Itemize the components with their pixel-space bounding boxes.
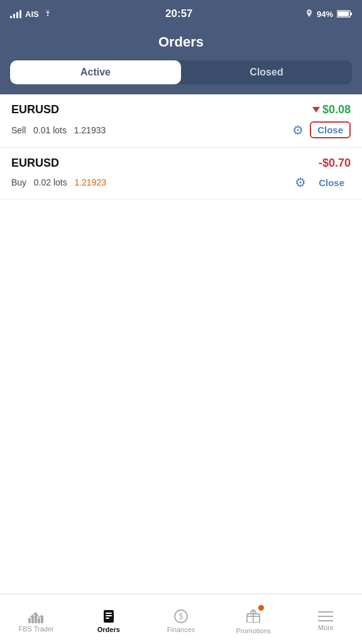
carrier-label: AIS	[25, 9, 39, 19]
nav-label-promotions: Promotions	[236, 627, 271, 635]
promotions-badge	[258, 605, 264, 611]
status-bar: AIS 20:57 94%	[0, 0, 362, 28]
orders-icon	[101, 609, 116, 624]
order-actions: ⚙ Close	[292, 121, 351, 138]
battery-icon	[337, 10, 352, 18]
more-icon	[318, 611, 333, 622]
order-pnl: -$0.70	[319, 157, 351, 170]
settings-icon[interactable]: ⚙	[292, 123, 304, 138]
order-actions: ⚙ Close	[295, 175, 351, 190]
order-price: 1.21933	[74, 125, 106, 135]
svg-rect-10	[106, 615, 112, 616]
promotions-badge-wrapper	[245, 608, 261, 625]
svg-rect-3	[28, 618, 31, 623]
tab-toggle-container: Active Closed	[0, 60, 362, 94]
tab-toggle: Active Closed	[10, 60, 352, 84]
order-symbol: EURUSD	[11, 103, 59, 116]
triangle-down-icon	[312, 107, 320, 113]
nav-label-orders: Orders	[97, 626, 120, 633]
svg-rect-1	[351, 13, 352, 16]
svg-rect-9	[106, 613, 112, 614]
close-button[interactable]: Close	[310, 121, 351, 138]
settings-icon[interactable]: ⚙	[295, 175, 306, 190]
pnl-value: $0.08	[322, 103, 351, 116]
tab-active[interactable]: Active	[10, 60, 181, 84]
order-symbol: EURUSD	[11, 157, 59, 170]
bottom-nav: FBS Trader Orders $ Finances	[0, 594, 362, 644]
orders-list: EURUSD $0.08 Sell 0.01 lots 1.21933 ⚙ Cl…	[0, 94, 362, 199]
order-top-row: EURUSD -$0.70	[11, 157, 351, 170]
signal-icon	[10, 9, 21, 18]
order-direction: Buy	[11, 177, 26, 187]
nav-label-fbs-trader: FBS Trader	[18, 625, 53, 633]
close-button[interactable]: Close	[312, 175, 351, 190]
nav-label-more: More	[318, 624, 334, 631]
wifi-icon	[43, 10, 53, 18]
tab-closed[interactable]: Closed	[181, 60, 352, 84]
svg-rect-7	[41, 616, 43, 623]
order-top-row: EURUSD $0.08	[11, 103, 351, 116]
order-details: Buy 0.02 lots 1.21923	[11, 177, 106, 187]
svg-rect-11	[106, 618, 109, 619]
nav-item-finances[interactable]: $ Finances	[145, 605, 217, 633]
order-price: 1.21923	[74, 177, 106, 187]
nav-item-promotions[interactable]: Promotions	[217, 604, 290, 635]
order-bottom-row: Buy 0.02 lots 1.21923 ⚙ Close	[11, 175, 351, 190]
order-lots: 0.02 lots	[34, 177, 67, 187]
order-row: EURUSD $0.08 Sell 0.01 lots 1.21933 ⚙ Cl…	[0, 94, 362, 148]
page-title: Orders	[0, 34, 362, 50]
status-left: AIS	[10, 9, 53, 19]
nav-item-orders[interactable]: Orders	[72, 605, 145, 633]
nav-item-more[interactable]: More	[290, 607, 362, 631]
status-time: 20:57	[165, 8, 192, 20]
nav-label-finances: Finances	[167, 626, 195, 633]
fbs-trader-icon	[28, 609, 45, 623]
order-details: Sell 0.01 lots 1.21933	[11, 125, 106, 135]
svg-rect-6	[38, 618, 40, 623]
svg-text:$: $	[179, 612, 184, 621]
svg-rect-4	[31, 616, 34, 623]
battery-label: 94%	[317, 9, 333, 19]
order-row: EURUSD -$0.70 Buy 0.02 lots 1.21923 ⚙ Cl…	[0, 148, 362, 199]
page-header: Orders	[0, 28, 362, 60]
location-icon	[305, 9, 313, 18]
nav-item-fbs-trader[interactable]: FBS Trader	[0, 606, 72, 633]
order-lots: 0.01 lots	[33, 125, 67, 135]
finances-icon: $	[173, 609, 189, 624]
svg-rect-2	[337, 11, 349, 16]
order-direction: Sell	[11, 125, 26, 135]
order-bottom-row: Sell 0.01 lots 1.21933 ⚙ Close	[11, 121, 351, 138]
order-pnl: $0.08	[312, 103, 351, 116]
status-right: 94%	[305, 9, 352, 19]
